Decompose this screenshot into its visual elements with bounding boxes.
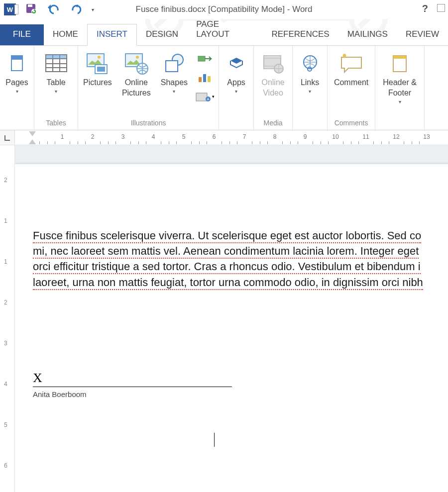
undo-icon[interactable] [46, 2, 61, 16]
ruler-h-number: 5 [182, 133, 186, 140]
svg-rect-14 [46, 55, 67, 59]
svg-rect-4 [28, 4, 32, 7]
links-label: Links [301, 78, 319, 88]
links-button[interactable]: Links ▾ [295, 49, 325, 95]
ruler-h-number: 13 [423, 133, 430, 140]
apps-icon [227, 51, 245, 77]
ruler-h-number: 7 [243, 133, 246, 140]
svg-rect-25 [199, 77, 202, 82]
signature-name: Anita Boerboom [33, 387, 232, 398]
svg-rect-38 [393, 56, 406, 59]
shapes-label: Shapes [161, 78, 188, 88]
tab-design[interactable]: DESIGN [137, 24, 187, 45]
tab-file[interactable]: FILE [0, 24, 44, 45]
redo-icon[interactable] [70, 2, 83, 16]
chevron-down-icon: ▾ [173, 88, 175, 95]
pictures-icon [86, 51, 109, 77]
ruler-v-number: 6 [4, 462, 7, 469]
help-icon[interactable]: ? [422, 3, 428, 14]
links-icon [301, 51, 320, 77]
ruler-v-number: 1 [4, 258, 7, 265]
word-app-icon[interactable]: W [4, 3, 16, 15]
shapes-button[interactable]: Shapes ▾ [158, 49, 191, 95]
body-line-2: mi, nec laoreet sem mattis vel. Aenean c… [33, 245, 419, 259]
pages-button[interactable]: Pages ▾ [2, 49, 32, 95]
page-icon [9, 51, 24, 77]
comment-button[interactable]: Comment [331, 49, 371, 88]
ruler-v-number: 1 [4, 217, 7, 224]
online-pictures-button[interactable]: Online Pictures [117, 49, 156, 98]
ribbon-tabs: FILE HOME INSERT DESIGN PAGE LAYOUT REFE… [0, 19, 448, 46]
tab-home[interactable]: HOME [44, 24, 87, 45]
chevron-down-icon: ▾ [399, 98, 401, 105]
pictures-button[interactable]: Pictures [80, 49, 115, 88]
body-line-3: orci efficitur tristique a sed tortor. C… [33, 260, 421, 274]
group-header-footer: Header & Footer ▾ [375, 46, 425, 130]
indent-marker-top[interactable] [29, 131, 36, 136]
body-text[interactable]: Fusce finibus scelerisque viverra. Ut sc… [33, 228, 448, 290]
signature-line[interactable]: X Anita Boerboom [33, 371, 232, 398]
ruler-v-number: 5 [4, 421, 7, 428]
horizontal-ruler[interactable]: 12345678910111213 [0, 130, 448, 145]
chart-button[interactable] [195, 70, 215, 86]
tab-insert[interactable]: INSERT [87, 24, 137, 46]
svg-text:+: + [207, 97, 210, 102]
qat-customize-arrow[interactable]: ▾ [92, 7, 94, 12]
quick-access-toolbar: W ▾ [0, 2, 94, 16]
svg-rect-23 [166, 61, 178, 72]
shapes-icon [163, 51, 186, 77]
apps-button[interactable]: Apps ▾ [222, 49, 251, 95]
title-bar: W ▾ Fusce finibus.docx [Compatibility Mo… [0, 0, 448, 19]
svg-rect-26 [203, 74, 206, 82]
ribbon-display-options-icon[interactable] [437, 4, 445, 12]
ruler-h-number: 3 [121, 133, 125, 140]
window-title: Fusce finibus.docx [Compatibility Mode] … [136, 4, 313, 14]
svg-rect-18 [97, 67, 105, 72]
chevron-down-icon: ▾ [309, 88, 311, 95]
chevron-down-icon: ▾ [55, 88, 57, 95]
svg-point-16 [98, 56, 101, 59]
signature-x: X [33, 371, 232, 387]
group-tables: Table ▾ Tables [34, 46, 78, 130]
group-media: Online Video Media [254, 46, 293, 130]
ruler-h-number: 8 [273, 133, 277, 140]
svg-point-20 [136, 56, 139, 59]
tab-page-layout[interactable]: PAGE LAYOUT [187, 14, 262, 45]
vertical-ruler[interactable]: 2112345678 [0, 145, 15, 492]
ruler-v-number: 4 [4, 381, 7, 388]
apps-label: Apps [227, 78, 245, 88]
tab-selector[interactable] [0, 130, 15, 145]
group-links: Links ▾ [293, 46, 328, 130]
document-page[interactable]: Fusce finibus scelerisque viverra. Ut sc… [15, 164, 448, 492]
svg-rect-7 [11, 56, 22, 60]
online-video-label: Online Video [259, 78, 287, 98]
screenshot-button[interactable]: + ▾ [195, 89, 215, 104]
body-line-1: Fusce finibus scelerisque viverra. Ut sc… [33, 229, 421, 243]
comment-icon [338, 51, 364, 77]
table-button[interactable]: Table ▾ [41, 49, 71, 95]
indent-marker-bottom[interactable] [29, 139, 36, 144]
chevron-down-icon: ▾ [16, 88, 18, 95]
group-pages: Pages ▾ [0, 46, 34, 130]
tab-review[interactable]: REVIEW [397, 24, 448, 45]
table-icon [45, 51, 68, 77]
header-footer-button[interactable]: Header & Footer ▾ [377, 49, 422, 105]
ruler-h-number: 4 [152, 133, 155, 140]
save-icon[interactable] [25, 2, 37, 16]
tables-group-label: Tables [46, 117, 66, 129]
ruler-h-number: 11 [362, 133, 369, 140]
pages-label: Pages [5, 78, 28, 88]
ruler-h-number: 9 [304, 133, 307, 140]
tab-references[interactable]: REFERENCES [263, 24, 338, 45]
ruler-h-number: 12 [393, 133, 399, 140]
header-footer-label: Header & Footer [380, 78, 419, 98]
pictures-label: Pictures [83, 78, 112, 88]
online-video-button: Online Video [256, 49, 290, 98]
tab-mailings[interactable]: MAILINGS [338, 24, 397, 45]
chevron-down-icon: ▾ [212, 94, 215, 99]
document-area: 2112345678 Fusce finibus scelerisque viv… [0, 145, 448, 492]
comment-label: Comment [334, 78, 368, 88]
group-apps: Apps ▾ [219, 46, 254, 130]
smartart-button[interactable] [195, 51, 215, 67]
page-scrollarea[interactable]: Fusce finibus scelerisque viverra. Ut sc… [15, 145, 448, 492]
